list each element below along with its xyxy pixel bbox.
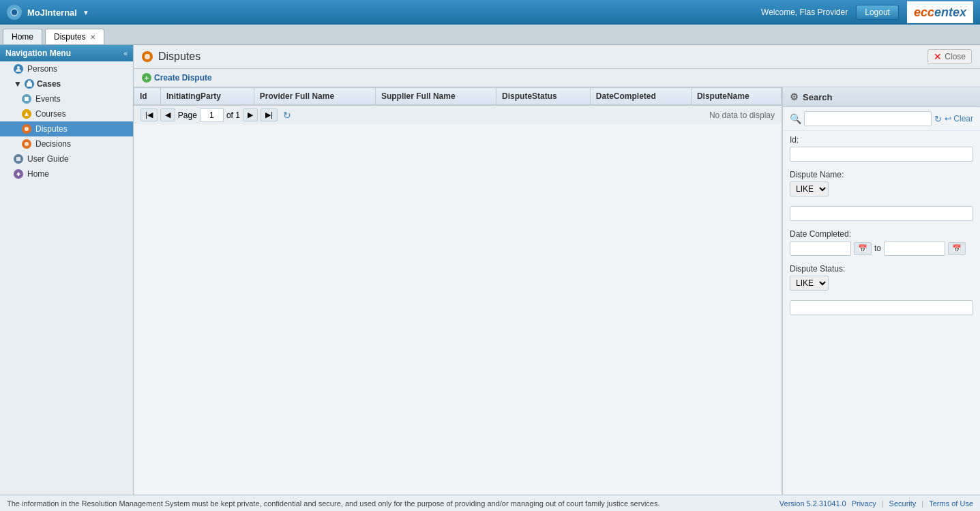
header-left: MoJInternal ▼	[7, 5, 89, 20]
dispute-status-input[interactable]	[790, 300, 973, 315]
sidebar-item-courses[interactable]: Courses	[0, 106, 133, 121]
page-title: Disputes	[158, 50, 201, 63]
sidebar-title: Navigation Menu	[5, 48, 71, 58]
terms-link[interactable]: Terms of Use	[929, 499, 973, 508]
persons-icon	[14, 64, 23, 74]
create-dispute-button[interactable]: + Create Dispute	[142, 73, 212, 83]
search-refresh-icon[interactable]: ↻	[934, 114, 942, 124]
sidebar-item-label: Courses	[35, 109, 66, 119]
app-dropdown-icon[interactable]: ▼	[83, 9, 89, 16]
table-section: Id InitiatingParty Provider Full Name Su…	[134, 87, 782, 495]
search-dispute-status-field: Dispute Status: LIKE = !=	[783, 260, 980, 319]
svg-rect-7	[16, 157, 20, 161]
tab-home-label: Home	[12, 32, 33, 42]
logo-text: eccentex	[914, 5, 966, 20]
close-label: Close	[945, 52, 966, 61]
sidebar-header: Navigation Menu «	[0, 45, 133, 61]
security-link[interactable]: Security	[889, 499, 917, 508]
decisions-icon	[22, 139, 31, 149]
svg-point-0	[11, 9, 18, 16]
status-text: The information in the Resolution Manage…	[7, 499, 660, 508]
svg-point-9	[145, 54, 150, 59]
id-input[interactable]	[790, 147, 973, 162]
home-icon	[14, 169, 23, 179]
tab-disputes[interactable]: Disputes ✕	[45, 29, 104, 44]
tab-disputes-close-icon[interactable]: ✕	[90, 33, 95, 41]
sidebar-item-label: User Guide	[27, 154, 69, 164]
separator-2: |	[921, 499, 923, 508]
search-date-completed-field: Date Completed: 📅 to 📅	[783, 225, 980, 260]
courses-icon	[22, 109, 31, 119]
app-icon	[7, 5, 22, 20]
col-date-completed: DateCompleted	[590, 88, 691, 105]
page-number-input[interactable]	[200, 108, 224, 122]
app-title: MoJInternal	[27, 8, 77, 18]
page-label: Page	[178, 111, 197, 120]
sidebar-item-label: Persons	[27, 64, 57, 74]
refresh-icon[interactable]: ↻	[283, 110, 291, 121]
search-panel: ⚙ Search 🔍 ↻ ↩ Clear Id:	[782, 87, 980, 495]
toolbar: + Create Dispute	[134, 69, 980, 87]
pagination-bar: |◀ ◀ Page of 1 ▶ ▶| ↻ No data to display	[134, 105, 782, 124]
cases-icon	[25, 79, 34, 89]
header-right: Welcome, Flas Provider Logout eccentex	[761, 1, 973, 23]
separator-1: |	[882, 499, 884, 508]
col-dispute-status: DisputeStatus	[496, 88, 591, 105]
search-input[interactable]	[804, 111, 932, 126]
sidebar-item-label: Disputes	[35, 124, 68, 134]
date-to-picker-button[interactable]: 📅	[948, 242, 966, 255]
events-icon	[22, 94, 31, 104]
close-button[interactable]: ✕ Close	[927, 49, 972, 64]
privacy-link[interactable]: Privacy	[852, 499, 876, 508]
to-label: to	[874, 244, 881, 253]
search-title: Search	[803, 92, 832, 102]
sidebar-item-persons[interactable]: Persons	[0, 61, 133, 76]
logout-button[interactable]: Logout	[856, 5, 899, 20]
col-dispute-name: DisputeName	[691, 88, 781, 105]
dispute-name-operator-select[interactable]: LIKE = !=	[790, 181, 829, 196]
table-container: Id InitiatingParty Provider Full Name Su…	[134, 87, 980, 495]
search-header: ⚙ Search	[783, 87, 980, 107]
sidebar: Navigation Menu « Persons ▼ Cases Events	[0, 45, 134, 495]
tab-home[interactable]: Home	[3, 29, 42, 44]
sidebar-item-disputes[interactable]: Disputes	[0, 121, 133, 136]
clear-button[interactable]: ↩ Clear	[945, 114, 973, 123]
date-row: 📅 to 📅	[790, 241, 973, 256]
page-header: Disputes ✕ Close	[134, 45, 980, 69]
sidebar-item-events[interactable]: Events	[0, 91, 133, 106]
tab-disputes-label: Disputes	[54, 32, 86, 42]
main-layout: Navigation Menu « Persons ▼ Cases Events	[0, 45, 980, 495]
date-to-input[interactable]	[884, 241, 945, 256]
welcome-text: Welcome, Flas Provider	[761, 8, 848, 17]
prev-page-button[interactable]: ◀	[160, 108, 175, 121]
col-id: Id	[134, 88, 161, 105]
search-input-row: 🔍 ↻ ↩ Clear	[783, 107, 980, 131]
svg-rect-2	[27, 83, 32, 87]
svg-point-6	[25, 142, 29, 146]
app-header: MoJInternal ▼ Welcome, Flas Provider Log…	[0, 0, 980, 25]
tab-bar: Home Disputes ✕	[0, 25, 980, 45]
dispute-name-input[interactable]	[790, 206, 973, 221]
sidebar-item-cases[interactable]: ▼ Cases	[0, 76, 133, 91]
first-page-button[interactable]: |◀	[140, 108, 158, 121]
page-title-icon	[142, 51, 153, 62]
sidebar-item-home[interactable]: Home	[0, 166, 133, 181]
last-page-button[interactable]: ▶|	[261, 108, 278, 121]
sidebar-item-decisions[interactable]: Decisions	[0, 136, 133, 151]
close-x-icon: ✕	[934, 51, 942, 62]
search-id-field: Id:	[783, 131, 980, 166]
of-label: of 1	[226, 111, 240, 120]
no-data-text: No data to display	[709, 111, 775, 120]
sidebar-collapse-button[interactable]: «	[123, 50, 128, 57]
status-bar: The information in the Resolution Manage…	[0, 495, 980, 511]
search-magnifier-icon[interactable]: 🔍	[790, 113, 801, 124]
dispute-status-operator-select[interactable]: LIKE = !=	[790, 276, 829, 291]
cases-triangle-icon: ▼	[14, 79, 22, 89]
sidebar-item-user-guide[interactable]: User Guide	[0, 151, 133, 166]
footer-links: Version 5.2.31041.0 Privacy | Security |…	[779, 499, 973, 508]
svg-rect-3	[25, 97, 29, 101]
date-from-picker-button[interactable]: 📅	[854, 242, 872, 255]
svg-marker-8	[16, 172, 20, 176]
next-page-button[interactable]: ▶	[243, 108, 258, 121]
date-from-input[interactable]	[790, 241, 851, 256]
